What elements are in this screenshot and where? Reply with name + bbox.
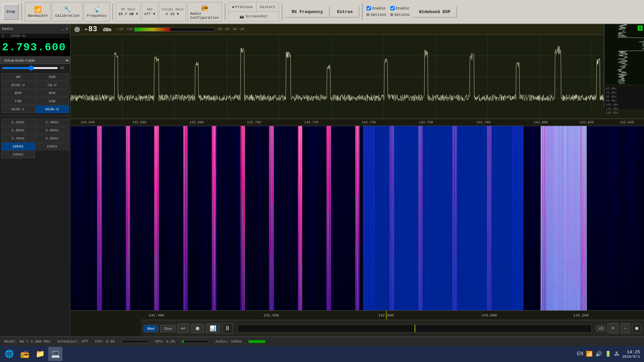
- keyboard-icon: EN: [577, 351, 583, 357]
- right-mini-scale: 60 dBs 70 dBs 80 dBs 90 dBs 100 dBs 110 …: [604, 86, 644, 109]
- rf-gain-value: 19.7 dB ▼: [118, 12, 138, 16]
- main-spectrum-area: -83 dBm -120 -100 -80 -60 -40 -20 -120 d…: [70, 24, 644, 337]
- frequency-button[interactable]: 📡 Frequency: [84, 2, 110, 21]
- bandwidth-label: Bandwidth: [28, 14, 48, 18]
- zoom-display: x5: [596, 325, 605, 331]
- mode-wide-l[interactable]: Wide-L: [1, 106, 35, 113]
- record-indicator: ⏺: [632, 324, 641, 333]
- filter-2.8k[interactable]: 2.8kHz: [1, 127, 35, 134]
- slow-button[interactable]: Slow: [160, 325, 175, 332]
- previous-label: Previous: [235, 5, 253, 9]
- device-label: R820T, BW = 2.000 MHz: [4, 340, 51, 344]
- visual-gain-group: Visual Gain 0 dB ▼: [159, 2, 186, 21]
- freq-tick-700: 142.700: [247, 121, 261, 124]
- screenshot-button[interactable]: 📸 Screenshot: [228, 12, 279, 21]
- gpu-label: GPU: 6.0%: [155, 340, 175, 344]
- separator-2: [112, 3, 113, 20]
- dsp-options-group: Enable ⚙ Options: [365, 5, 388, 19]
- rewind-button[interactable]: ↩: [177, 323, 189, 333]
- signal-scale-row: -120 -100 -80 -60 -40 -20: [115, 27, 164, 32]
- options-btn-1[interactable]: ⚙ Options: [367, 12, 386, 17]
- options-label-1: Options: [371, 13, 386, 17]
- chart-button[interactable]: 📊: [206, 323, 220, 333]
- history-button[interactable]: History: [257, 2, 279, 11]
- agc-group: AGC Off ▼: [142, 2, 158, 21]
- calibration-label: Calibration: [55, 14, 79, 18]
- clock-display[interactable]: 14:25 2019/6/1: [622, 350, 640, 359]
- taskbar-files[interactable]: 📁: [33, 347, 47, 361]
- freq-tick-720: 142.720: [304, 121, 318, 124]
- audio-bar: [249, 340, 265, 343]
- mini-scale-labels: 60 dBs 70 dBs 80 dBs 90 dBs 100 dBs 110 …: [606, 87, 643, 115]
- previous-icon: ◀: [232, 5, 234, 9]
- zoom-in-button[interactable]: +: [607, 323, 619, 334]
- options-btn-2[interactable]: ⚙ Options: [390, 12, 410, 17]
- minimize-button[interactable]: _: [62, 26, 64, 31]
- previous-button[interactable]: ◀ Previous: [228, 2, 257, 11]
- filter-3.6k[interactable]: 3.6kHz: [36, 135, 69, 142]
- freq-scale-top: 142.640 142.660 142.680 142.700 142.720 …: [70, 119, 644, 126]
- taskbar-chrome[interactable]: 🌐: [2, 347, 16, 361]
- right-mini-canvas: [604, 24, 644, 84]
- clock-time: 14:25: [622, 350, 640, 355]
- timeline-bar[interactable]: [237, 324, 592, 333]
- mode-nfm[interactable]: NFM: [36, 89, 69, 97]
- stop-button[interactable]: Stop: [3, 4, 19, 20]
- zoom-out-button[interactable]: -: [621, 323, 630, 334]
- separator-1: [21, 3, 22, 20]
- vac-select[interactable]: Virtual Audio Cable: [0, 57, 70, 64]
- rf-gain-group: RF Gain 19.7 dB ▼: [116, 2, 140, 21]
- mode-sam[interactable]: SAM: [36, 73, 69, 81]
- filter-2.4k[interactable]: 2.4kHz: [36, 119, 69, 126]
- mode-cw-u[interactable]: CW-U: [36, 81, 69, 89]
- volume-slider[interactable]: [2, 67, 58, 69]
- enable-checkbox-1[interactable]: Enable: [367, 6, 386, 10]
- mode-usb[interactable]: USB: [36, 98, 69, 105]
- visual-gain-label: Visual Gain: [161, 8, 183, 11]
- enable-check-2[interactable]: [390, 6, 395, 10]
- separator-5: [362, 3, 363, 20]
- mode-wide-u[interactable]: Wide-U: [36, 106, 69, 113]
- cpu-bar-fill: [122, 341, 122, 343]
- record-button[interactable]: ⏺: [191, 324, 204, 333]
- radio-config-button[interactable]: 📻 RadioConfiguration: [187, 2, 222, 21]
- sig-label-60: -60: [223, 27, 229, 31]
- extras-tab[interactable]: Extras: [331, 6, 359, 17]
- enable-checkbox-2[interactable]: Enable: [390, 6, 410, 10]
- filter-24k[interactable]: 24kHz: [1, 151, 35, 158]
- filter-15k[interactable]: 15kHz: [36, 143, 69, 150]
- scheduler-status: Scheduler: Off: [57, 340, 88, 344]
- mode-am[interactable]: AM: [1, 73, 35, 81]
- filter-2.2k[interactable]: 2.2kHz: [1, 119, 35, 126]
- sig-label-100: -100: [125, 27, 133, 31]
- center-freq-marker: [386, 311, 387, 320]
- wideband-dsp-tab[interactable]: Wideband DSP: [413, 6, 457, 17]
- signal-bar-container: [134, 27, 215, 32]
- rx-frequency-tab[interactable]: RX Frequency: [285, 6, 329, 17]
- freq-range-display: 0 - 10000 Hz: [0, 34, 70, 39]
- play-pause-button[interactable]: ⏸: [222, 323, 233, 334]
- mode-bfm[interactable]: BFM: [1, 89, 35, 97]
- close-panel-button[interactable]: ✕: [66, 26, 68, 31]
- mode-ecss-u[interactable]: ECSS-U: [1, 81, 35, 89]
- bandwidth-button[interactable]: 📶 Bandwidth: [25, 2, 51, 21]
- dbm-value: -83: [84, 25, 97, 34]
- taskbar-app[interactable]: 💻: [48, 347, 62, 361]
- waterfall-area[interactable]: [70, 126, 644, 320]
- options-label-2: Options: [394, 13, 410, 17]
- left-panel-header: Radio _ ✕: [0, 24, 70, 34]
- mode-tsb[interactable]: tSB: [1, 98, 35, 105]
- freq-tick-640: 142.640: [80, 121, 95, 124]
- filter-3.4k[interactable]: 3.4kHz: [1, 135, 35, 142]
- frequency-value: 2.793.600: [2, 41, 66, 54]
- network-icon: 🖧: [614, 351, 620, 357]
- filter-10k[interactable]: 10kHz: [1, 143, 35, 150]
- scheduler-label: Scheduler: Off: [57, 340, 88, 344]
- enable-check-1[interactable]: [367, 6, 371, 10]
- freq-bot-000: 143.000: [481, 313, 497, 317]
- taskbar-sdr[interactable]: 📻: [17, 347, 32, 361]
- filter-3.0k[interactable]: 3.0kHz: [36, 127, 69, 134]
- freq-tick-660: 142.660: [132, 121, 146, 124]
- calibration-button[interactable]: 🔧 Calibration: [52, 2, 83, 21]
- med-button[interactable]: Med: [144, 325, 158, 332]
